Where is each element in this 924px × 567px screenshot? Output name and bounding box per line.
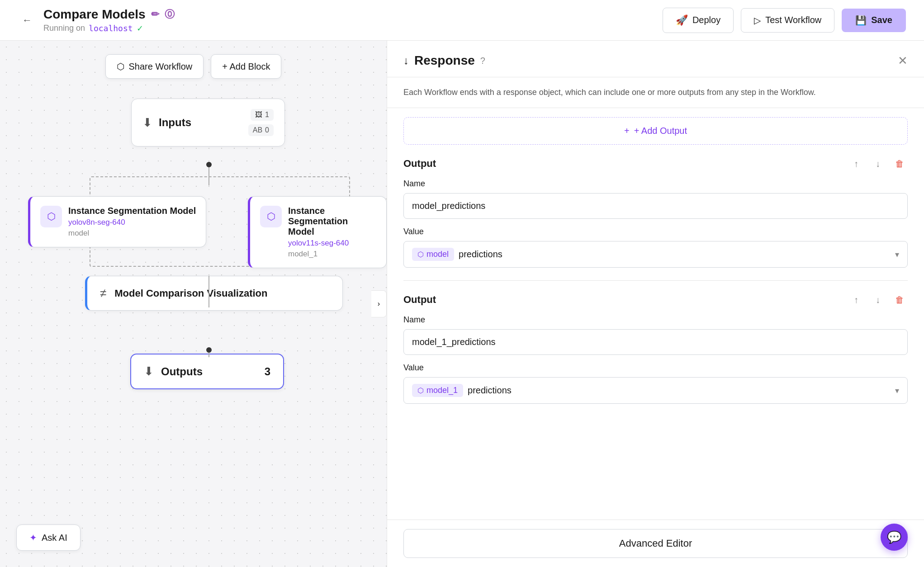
divider-1 (403, 280, 908, 281)
connector-dot-2 (206, 347, 212, 353)
title-text: Compare Models (43, 7, 146, 22)
output-1-header: Output ↑ ↓ 🗑 (403, 156, 908, 172)
model-2-name: Instance Segmentation Model (288, 206, 376, 237)
output-1-value-label: Value (403, 227, 908, 236)
deploy-button[interactable]: 🚀 Deploy (663, 8, 734, 33)
model-2-info: Instance Segmentation Model yolov11s-seg… (288, 206, 376, 259)
canvas-toolbar: ⬡ Share Workflow + Add Block (105, 54, 282, 79)
output-1-name-input[interactable] (403, 193, 908, 219)
outputs-node[interactable]: ⬇ Outputs 3 (130, 354, 284, 389)
output-2-up-button[interactable]: ↑ (848, 292, 864, 308)
inputs-label: Inputs (159, 116, 191, 129)
panel-title: Response (414, 53, 475, 68)
output-2-down-button[interactable]: ↓ (870, 292, 886, 308)
output-1-value-tag: ⬡ model (412, 248, 454, 261)
model-1-header: ⬡ Instance Segmentation Model yolov8n-se… (40, 206, 196, 238)
panel-description-text: Each Workflow ends with a response objec… (403, 88, 816, 97)
check-icon: ✓ (137, 24, 143, 33)
hub-icon-2: ⬡ (267, 211, 275, 222)
advanced-editor-button[interactable]: Advanced Editor (403, 529, 908, 558)
edit-icon[interactable]: ✏ (151, 9, 159, 20)
panel-close-button[interactable]: ✕ (898, 54, 908, 68)
model-2-node[interactable]: ⬡ Instance Segmentation Model yolov11s-s… (248, 196, 387, 268)
compare-label: Model Comparison Visualization (114, 288, 267, 299)
output-1-chevron-icon: ▾ (895, 250, 899, 260)
hub-icon-1: ⬡ (47, 211, 56, 222)
outputs-left: ⬇ Outputs (144, 364, 203, 378)
play-icon: ▷ (754, 15, 761, 26)
output-1-down-button[interactable]: ↓ (870, 156, 886, 172)
compare-node[interactable]: ≠ Model Comparison Visualization (85, 276, 343, 311)
model-icon-1: ⬡ (417, 250, 424, 259)
share-label: Share Workflow (129, 61, 193, 72)
deploy-label: Deploy (692, 15, 720, 25)
panel-body: + + Add Output Output ↑ ↓ 🗑 Name Value ⬡ (387, 108, 924, 520)
test-label: Test Workflow (765, 15, 821, 25)
model-2-version: yolov11s-seg-640 (288, 239, 376, 248)
collapse-tab[interactable]: › (371, 290, 387, 317)
nav-title-area: Compare Models ✏ ⓪ Running on localhost … (43, 7, 663, 33)
output-2-value-inner: ⬡ model_1 predictions (412, 384, 512, 397)
output-2-tag-text: model_1 (426, 386, 458, 395)
canvas-area[interactable]: ⬡ Share Workflow + Add Block ⬇ Inputs 🖼 … (0, 41, 387, 567)
model-1-type: model (68, 229, 196, 238)
output-2-name-input[interactable] (403, 329, 908, 355)
output-1-value-inner: ⬡ model predictions (412, 248, 502, 261)
subtitle-prefix: Running on (43, 24, 85, 33)
info-icon[interactable]: ⓪ (165, 8, 175, 21)
panel-title-row: ↓ Response ? (403, 53, 485, 68)
download-icon: ⬇ (142, 116, 152, 130)
inputs-node-left: ⬇ Inputs (142, 116, 191, 130)
hostname: localhost (89, 24, 133, 33)
chat-bubble-button[interactable]: 💬 (881, 524, 908, 551)
output-1-actions: ↑ ↓ 🗑 (848, 156, 908, 172)
model-2-type: model_1 (288, 250, 376, 259)
rocket-icon: 🚀 (676, 14, 688, 26)
model-1-info: Instance Segmentation Model yolov8n-seg-… (68, 206, 196, 238)
outputs-label: Outputs (161, 365, 203, 378)
badge-count-1: 1 (265, 111, 269, 119)
add-output-label: + Add Output (634, 126, 687, 136)
output-2-value-select[interactable]: ⬡ model_1 predictions ▾ (403, 377, 908, 404)
output-1-delete-button[interactable]: 🗑 (891, 156, 908, 172)
sparkle-icon: ✦ (29, 532, 37, 543)
workflow-title: Compare Models ✏ ⓪ (43, 7, 663, 22)
save-icon: 💾 (855, 15, 867, 26)
outputs-count: 3 (265, 365, 270, 378)
back-button[interactable]: ← (18, 11, 36, 29)
text-badge: AB 0 (248, 124, 274, 136)
add-output-button[interactable]: + + Add Output (403, 117, 908, 145)
output-1-up-button[interactable]: ↑ (848, 156, 864, 172)
image-icon: 🖼 (255, 111, 262, 119)
panel-header: ↓ Response ? ✕ (387, 41, 924, 77)
output-2-header: Output ↑ ↓ 🗑 (403, 292, 908, 308)
chevron-right-icon: › (378, 300, 380, 308)
chat-icon: 💬 (887, 530, 901, 544)
ask-ai-button[interactable]: ✦ Ask AI (16, 524, 81, 551)
add-block-button[interactable]: + Add Block (211, 54, 281, 79)
connector-dot-1 (206, 162, 212, 167)
model-2-icon: ⬡ (260, 206, 282, 227)
model-1-icon: ⬡ (40, 206, 62, 227)
add-block-label: + Add Block (222, 61, 270, 72)
panel-footer: Advanced Editor (387, 520, 924, 567)
nav-actions: 🚀 Deploy ▷ Test Workflow 💾 Save (663, 8, 906, 33)
panel-description: Each Workflow ends with a response objec… (387, 77, 924, 108)
model-1-version: yolov8n-seg-640 (68, 218, 196, 227)
share-workflow-button[interactable]: ⬡ Share Workflow (105, 54, 204, 79)
panel-info-icon[interactable]: ? (480, 56, 485, 66)
output-1-value-select[interactable]: ⬡ model predictions ▾ (403, 241, 908, 268)
advanced-editor-label: Advanced Editor (619, 538, 692, 549)
inputs-node[interactable]: ⬇ Inputs 🖼 1 AB 0 (131, 99, 285, 146)
output-1-section: Output ↑ ↓ 🗑 Name Value ⬡ model predicti… (403, 156, 908, 268)
test-workflow-button[interactable]: ▷ Test Workflow (741, 8, 834, 33)
output-2-chevron-icon: ▾ (895, 386, 899, 396)
output-2-delete-button[interactable]: 🗑 (891, 292, 908, 308)
model-1-node[interactable]: ⬡ Instance Segmentation Model yolov8n-se… (28, 196, 206, 247)
nav-subtitle: Running on localhost ✓ (43, 24, 663, 33)
text-icon: AB (253, 126, 262, 134)
output-2-value-text: predictions (468, 385, 512, 396)
share-icon: ⬡ (117, 61, 124, 72)
right-panel: ↓ Response ? ✕ Each Workflow ends with a… (387, 41, 924, 567)
save-button[interactable]: 💾 Save (842, 9, 906, 32)
